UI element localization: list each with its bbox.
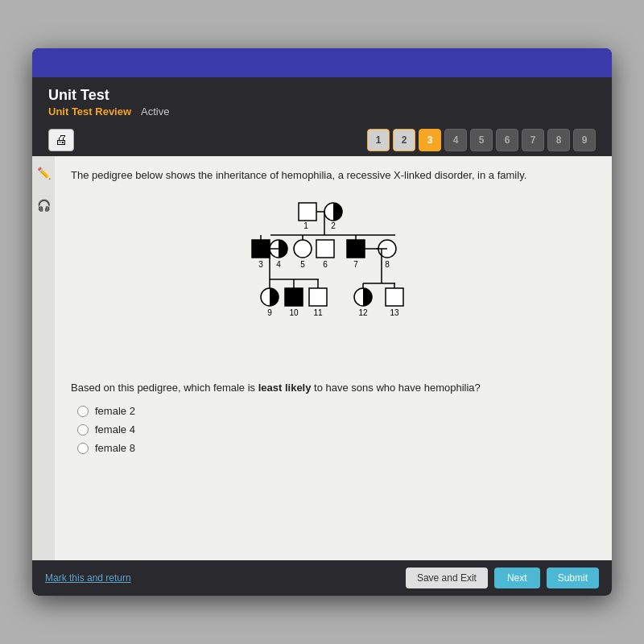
question2-suffix: to have sons who have hemophilia? bbox=[311, 382, 480, 394]
svg-rect-13 bbox=[347, 240, 365, 258]
svg-point-11 bbox=[294, 240, 312, 258]
radio-3[interactable] bbox=[77, 443, 89, 454]
svg-text:13: 13 bbox=[390, 308, 399, 317]
unit-test-review-label: Unit Test Review bbox=[48, 105, 131, 118]
left-icon-panel: ✏️ 🎧 bbox=[32, 156, 55, 596]
save-exit-button[interactable]: Save and Exit bbox=[406, 568, 488, 588]
print-button[interactable]: 🖨 bbox=[48, 129, 74, 151]
svg-text:11: 11 bbox=[313, 308, 323, 317]
svg-text:4: 4 bbox=[276, 260, 281, 269]
nav-btn-7[interactable]: 7 bbox=[522, 129, 544, 151]
option-3-label: female 8 bbox=[95, 442, 135, 454]
svg-text:3: 3 bbox=[258, 260, 263, 269]
radio-2[interactable] bbox=[77, 424, 89, 436]
svg-text:8: 8 bbox=[385, 260, 390, 269]
option-2[interactable]: female 4 bbox=[77, 423, 599, 436]
next-button[interactable]: Next bbox=[494, 568, 540, 588]
toolbar-row: 🖨 1 2 3 4 5 6 7 8 9 bbox=[32, 124, 612, 156]
question2-prefix: Based on this pedigree, which female is bbox=[71, 382, 258, 394]
nav-btn-4[interactable]: 4 bbox=[444, 129, 467, 151]
pedigree-svg: 1 2 bbox=[222, 195, 448, 364]
page-title: Unit Test bbox=[48, 87, 596, 104]
svg-text:7: 7 bbox=[353, 260, 358, 269]
svg-rect-43 bbox=[386, 288, 403, 306]
screen-wrapper: Unit Test Unit Test Review Active 🖨 1 2 … bbox=[32, 48, 612, 596]
nav-btn-1[interactable]: 1 bbox=[367, 129, 390, 151]
nav-btn-9[interactable]: 9 bbox=[573, 129, 596, 151]
headphone-icon[interactable]: 🎧 bbox=[35, 196, 52, 214]
bottom-bar: Mark this and return Save and Exit Next … bbox=[32, 560, 612, 596]
radio-1[interactable] bbox=[77, 406, 89, 417]
submit-button[interactable]: Submit bbox=[547, 568, 599, 588]
edit-icon[interactable]: ✏️ bbox=[35, 164, 52, 182]
question2-text: Based on this pedigree, which female is … bbox=[71, 380, 599, 396]
svg-text:6: 6 bbox=[323, 260, 328, 269]
status-badge: Active bbox=[141, 105, 169, 118]
option-1-label: female 2 bbox=[95, 405, 135, 417]
pedigree-diagram: 1 2 bbox=[222, 195, 448, 367]
question1-text: The pedigree below shows the inheritance… bbox=[71, 167, 599, 184]
nav-btn-8[interactable]: 8 bbox=[547, 129, 570, 151]
nav-btn-6[interactable]: 6 bbox=[496, 129, 518, 151]
header-section: Unit Test Unit Test Review Active bbox=[32, 77, 612, 124]
option-1[interactable]: female 2 bbox=[77, 405, 599, 417]
question1-text-span: The pedigree below shows the inheritance… bbox=[71, 169, 526, 181]
svg-text:5: 5 bbox=[300, 260, 305, 269]
question2-bold: least likely bbox=[258, 382, 312, 394]
svg-rect-12 bbox=[316, 240, 334, 258]
svg-text:10: 10 bbox=[289, 308, 299, 317]
svg-text:12: 12 bbox=[358, 308, 368, 317]
svg-text:1: 1 bbox=[303, 221, 308, 230]
subtitle-row: Unit Test Review Active bbox=[48, 105, 596, 118]
svg-rect-0 bbox=[299, 203, 316, 221]
mark-return-link[interactable]: Mark this and return bbox=[45, 572, 131, 584]
options-list: female 2 female 4 female 8 bbox=[77, 405, 599, 454]
question-nav: 1 2 3 4 5 6 7 8 9 bbox=[367, 129, 596, 151]
option-3[interactable]: female 8 bbox=[77, 442, 599, 454]
svg-text:2: 2 bbox=[331, 221, 336, 230]
nav-btn-5[interactable]: 5 bbox=[470, 129, 493, 151]
svg-rect-33 bbox=[309, 288, 327, 306]
main-content: The pedigree below shows the inheritance… bbox=[58, 156, 612, 596]
svg-rect-32 bbox=[285, 288, 303, 306]
svg-text:9: 9 bbox=[267, 308, 272, 317]
nav-btn-3[interactable]: 3 bbox=[419, 129, 441, 151]
nav-btn-2[interactable]: 2 bbox=[393, 129, 415, 151]
top-bar bbox=[32, 48, 612, 77]
option-2-label: female 4 bbox=[95, 423, 135, 436]
svg-rect-8 bbox=[252, 240, 270, 258]
